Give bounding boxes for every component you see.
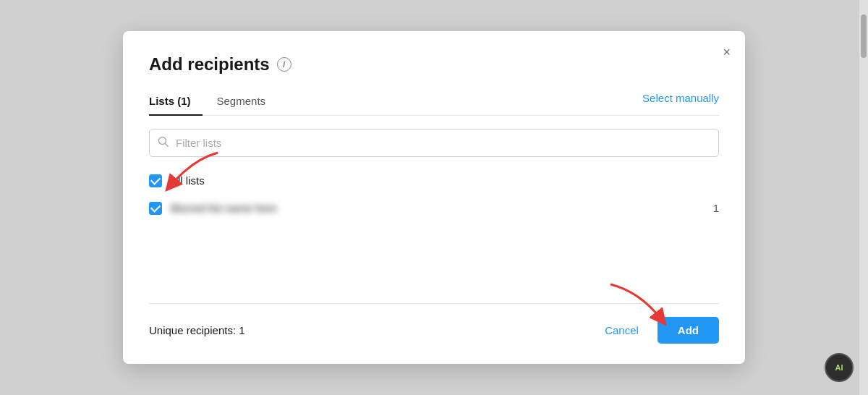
scrollbar-track[interactable] (859, 0, 868, 395)
info-icon[interactable]: i (277, 57, 292, 72)
ai-badge[interactable]: AI (825, 353, 854, 382)
footer-buttons: Cancel Add (595, 317, 719, 344)
spacer (149, 263, 719, 303)
cancel-button[interactable]: Cancel (595, 318, 649, 342)
tabs-left: Lists (1) Segments (149, 89, 292, 115)
close-button[interactable]: × (720, 43, 733, 61)
tab-segments[interactable]: Segments (217, 89, 278, 116)
search-input[interactable] (149, 129, 719, 157)
all-lists-checkbox[interactable] (149, 174, 162, 187)
unique-recipients-text: Unique recipients: 1 (149, 324, 245, 336)
list-item: Blurred list name here 1 (149, 195, 719, 222)
search-wrapper (149, 129, 719, 157)
list-items: All lists Blurred list name her (149, 167, 719, 263)
list-1-checkbox[interactable] (149, 202, 162, 215)
modal-footer: Unique recipients: 1 Cancel Add (149, 303, 719, 344)
add-recipients-modal: × Add recipients i Lists (1) Segments Se… (123, 31, 745, 364)
list-item: All lists (149, 167, 719, 195)
svg-line-1 (166, 144, 169, 147)
tab-lists[interactable]: Lists (1) (149, 89, 203, 116)
add-button[interactable]: Add (658, 317, 719, 344)
all-lists-label: All lists (171, 174, 719, 187)
modal-content-area: All lists Blurred list name her (149, 129, 719, 304)
modal-title-row: Add recipients i (149, 54, 719, 75)
list-1-count: 1 (702, 202, 719, 214)
modal-title: Add recipients (149, 54, 270, 75)
search-icon (158, 136, 169, 149)
page-background: × Add recipients i Lists (1) Segments Se… (0, 0, 868, 395)
list-1-label: Blurred list name here (171, 202, 693, 214)
tabs-row: Lists (1) Segments Select manually (149, 89, 719, 116)
scrollbar-thumb[interactable] (861, 14, 867, 58)
select-manually-link[interactable]: Select manually (642, 92, 719, 111)
